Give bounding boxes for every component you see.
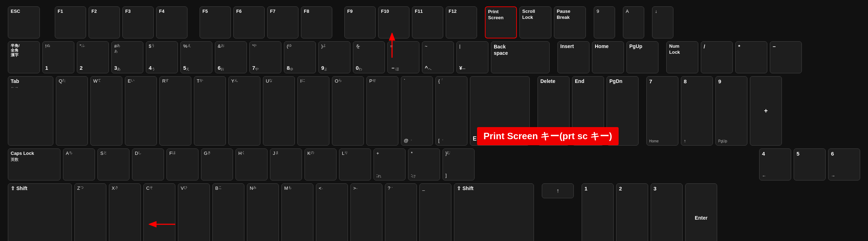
key-f1[interactable]: F1 [55, 6, 86, 38]
key-s[interactable]: Sと [97, 148, 129, 180]
zxcv-row: ⇧ Shift Zつ Xさ Cそ Vひ Bこ Nみ Mも <、 [8, 183, 860, 241]
key-pause-break[interactable]: PauseBreak [554, 6, 586, 38]
key-z[interactable]: Zつ [74, 183, 106, 241]
key-backspace[interactable]: Backspace [491, 41, 550, 73]
nav-cluster-center: ↑ [542, 183, 574, 241]
key-scroll-lock[interactable]: ScrollLock [519, 6, 551, 38]
key-2[interactable]: " ふ 2 [77, 41, 109, 73]
key-w[interactable]: Wて [90, 76, 122, 146]
key-num-2[interactable]: 2 ↓ [616, 183, 648, 241]
key-f12[interactable]: F12 [446, 6, 477, 38]
annotation-area: Print Screen キー(prt sc キー) [477, 148, 751, 180]
key-f3[interactable]: F3 [122, 6, 154, 38]
key-num-4[interactable]: 4 ← [759, 148, 791, 180]
key-e[interactable]: Eい [125, 76, 157, 146]
key-yen[interactable]: | ¥ ー [456, 41, 488, 73]
key-num-asterisk[interactable]: * [735, 41, 767, 73]
key-num-3[interactable]: 3 PgDn [651, 183, 683, 241]
key-j[interactable]: Jま [270, 148, 302, 180]
key-v[interactable]: Vひ [178, 183, 210, 241]
key-f[interactable]: Fは [166, 148, 199, 180]
key-4[interactable]: $ う 4 う [146, 41, 178, 73]
key-f10[interactable]: F10 [378, 6, 409, 38]
key-i[interactable]: Iに [297, 76, 329, 146]
key-u[interactable]: Uな [263, 76, 295, 146]
asdf-row: Caps Lock英数 Aち Sと Dし Fは Gき Hく Jま [8, 148, 860, 180]
key-f9[interactable]: F9 [344, 6, 376, 38]
key-c[interactable]: Cそ [143, 183, 175, 241]
key-num-plus[interactable]: + [750, 76, 782, 146]
key-bracket-open[interactable]: {「 [゜ [435, 76, 467, 146]
key-caret[interactable]: ~ ^ へ [422, 41, 454, 73]
key-home[interactable]: Home [592, 41, 624, 73]
key-comma[interactable]: <、 ,ね [316, 183, 348, 241]
key-num-arrow-down[interactable]: ↓ [652, 6, 673, 38]
key-f5[interactable]: F5 [200, 6, 231, 38]
key-f2[interactable]: F2 [89, 6, 120, 38]
key-num-8[interactable]: 8 ↑ [681, 76, 713, 146]
key-num-6[interactable]: 6 → [828, 148, 860, 180]
key-period[interactable]: >。 .る [350, 183, 382, 241]
key-b[interactable]: Bこ [212, 183, 244, 241]
key-f7[interactable]: F7 [267, 6, 298, 38]
key-semicolon[interactable]: + ;れ [374, 148, 406, 180]
key-minus[interactable]: = － ほ [387, 41, 419, 73]
key-r[interactable]: Rす [159, 76, 191, 146]
key-num-enter[interactable]: Enter [685, 183, 717, 241]
key-1[interactable]: ! ぬ 1 [42, 41, 74, 73]
key-esc[interactable]: ESC [8, 6, 40, 38]
key-arrow-up[interactable]: ↑ [542, 183, 574, 198]
key-num-minus[interactable]: − [770, 41, 802, 73]
key-bracket-close[interactable]: }む ] [443, 148, 475, 180]
key-num-9[interactable]: 9 [594, 6, 615, 38]
key-9[interactable]: ) よ 9 よ [318, 41, 350, 73]
annotation-print-screen-label: Print Screen キー(prt sc キー) [477, 127, 619, 145]
number-row: 半角/全角漢字 ! ぬ 1 " ふ 2 # あ [8, 41, 860, 73]
key-p[interactable]: Pせ [366, 76, 398, 146]
key-x[interactable]: Xさ [109, 183, 141, 241]
key-num-slash[interactable]: / [701, 41, 733, 73]
key-num-lock[interactable]: NumLock [666, 41, 698, 73]
key-8[interactable]: ( ゆ 8 ゆ [284, 41, 316, 73]
key-shift-left[interactable]: ⇧ Shift [8, 183, 72, 241]
key-num-5[interactable]: 5 [794, 148, 826, 180]
key-d[interactable]: Dし [132, 148, 164, 180]
key-k[interactable]: Kの [305, 148, 337, 180]
key-at[interactable]: ` @゛ [401, 76, 433, 146]
key-tab[interactable]: Tab ←→ [8, 76, 53, 146]
key-a[interactable]: Aち [63, 148, 95, 180]
key-n[interactable]: Nみ [247, 183, 279, 241]
key-label: ESC [11, 9, 20, 14]
key-colon[interactable]: * :け [408, 148, 440, 180]
key-insert[interactable]: Insert [557, 41, 589, 73]
key-caps-lock[interactable]: Caps Lock英数 [8, 148, 60, 180]
qwerty-row: Tab ←→ Qた Wて Eい Rす Tか Yん Uな [8, 76, 860, 146]
key-print-screen[interactable]: PrintScreen [485, 6, 517, 38]
key-f6[interactable]: F6 [233, 6, 265, 38]
key-slash[interactable]: ?・ /め [385, 183, 417, 241]
key-5[interactable]: % え 5 え [180, 41, 212, 73]
key-t[interactable]: Tか [194, 76, 226, 146]
key-num-7[interactable]: 7 Home [646, 76, 678, 146]
key-m[interactable]: Mも [281, 183, 313, 241]
key-num-1[interactable]: 1 End [582, 183, 614, 241]
key-f8[interactable]: F8 [301, 6, 332, 38]
key-g[interactable]: Gき [201, 148, 233, 180]
key-q[interactable]: Qた [56, 76, 88, 146]
key-7[interactable]: ' や 7 や [249, 41, 281, 73]
key-pgup[interactable]: PgUp [626, 41, 658, 73]
key-o[interactable]: Oら [332, 76, 364, 146]
key-y[interactable]: Yん [228, 76, 260, 146]
key-6[interactable]: & お 6 お [215, 41, 247, 73]
key-num-a[interactable]: A [623, 6, 644, 38]
key-shift-right[interactable]: ⇧ Shift [454, 183, 534, 241]
key-f11[interactable]: F11 [412, 6, 443, 38]
key-l[interactable]: Lり [339, 148, 371, 180]
key-0[interactable]: を 0 わ [353, 41, 385, 73]
key-h[interactable]: Hく [235, 148, 268, 180]
key-f4[interactable]: F4 [156, 6, 187, 38]
key-num-9b[interactable]: 9 PgUp [715, 76, 747, 146]
key-hankaku[interactable]: 半角/全角漢字 [8, 41, 40, 73]
key-backslash[interactable]: _ \ろ [419, 183, 451, 241]
key-3[interactable]: # あ あ 3 あ [111, 41, 143, 73]
